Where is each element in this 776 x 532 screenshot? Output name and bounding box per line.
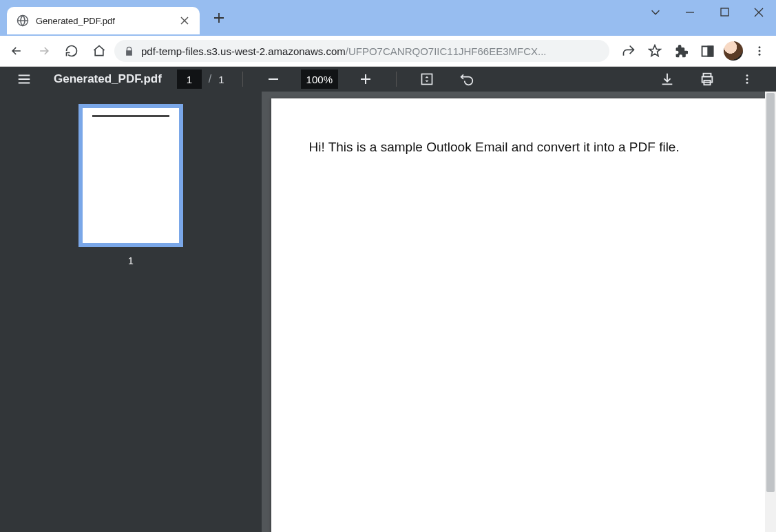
svg-point-12 (746, 78, 748, 81)
pdf-page: Hi! This is a sample Outlook Email and c… (271, 98, 767, 532)
home-button[interactable] (87, 39, 112, 63)
pdf-file-name: Generated_PDF.pdf (54, 72, 162, 86)
thumbnail-panel: 1 (0, 92, 262, 532)
tab-search-button[interactable] (638, 0, 673, 24)
svg-point-4 (759, 46, 761, 48)
vertical-scrollbar[interactable] (765, 92, 776, 532)
thumbnail-content-icon (92, 115, 169, 117)
address-bar: pdf-temp-files.s3.us-west-2.amazonaws.co… (0, 36, 776, 67)
url-path: /UFPO7CANRQO7IIC11JHF66EE3MFCX... (346, 45, 547, 57)
zoom-in-button[interactable] (353, 67, 378, 92)
window-controls (638, 0, 776, 24)
thumbnail-page (83, 108, 179, 243)
bookmark-button[interactable] (642, 39, 667, 63)
svg-point-5 (759, 50, 761, 52)
tab-title: Generated_PDF.pdf (36, 16, 174, 26)
maximize-button[interactable] (707, 0, 742, 24)
pdf-viewer-body: 1 Hi! This is a sample Outlook Email and… (0, 92, 776, 532)
print-button[interactable] (695, 67, 720, 92)
reload-button[interactable] (59, 39, 84, 63)
divider (396, 72, 397, 87)
back-button[interactable] (4, 39, 29, 63)
browser-tab[interactable]: Generated_PDF.pdf (7, 7, 200, 34)
scrollbar-thumb[interactable] (766, 93, 775, 492)
lock-icon (124, 46, 134, 56)
svg-rect-3 (708, 46, 713, 56)
url-input[interactable]: pdf-temp-files.s3.us-west-2.amazonaws.co… (114, 40, 609, 62)
profile-avatar[interactable] (721, 39, 746, 63)
forward-button[interactable] (32, 39, 56, 63)
zoom-value[interactable]: 100% (301, 70, 338, 89)
new-tab-button[interactable] (213, 12, 224, 23)
page-number-input[interactable] (177, 70, 202, 89)
pdf-viewer: Generated_PDF.pdf / 1 100% (0, 67, 776, 532)
page-area[interactable]: Hi! This is a sample Outlook Email and c… (262, 92, 776, 532)
browser-menu-button[interactable] (747, 39, 772, 63)
divider (242, 72, 243, 87)
globe-icon (17, 14, 29, 27)
side-panel-button[interactable] (695, 39, 720, 63)
pdf-more-button[interactable] (735, 67, 759, 92)
thumbnail[interactable] (78, 104, 183, 247)
share-button[interactable] (616, 39, 641, 63)
svg-point-13 (746, 82, 748, 84)
svg-point-11 (746, 74, 748, 76)
svg-rect-7 (421, 74, 432, 85)
download-button[interactable] (655, 67, 680, 92)
menu-button[interactable] (17, 72, 33, 87)
minimize-button[interactable] (673, 0, 707, 24)
close-tab-button[interactable] (180, 17, 190, 25)
zoom-out-button[interactable] (261, 67, 286, 92)
pdf-text-content: Hi! This is a sample Outlook Email and c… (309, 140, 729, 155)
url-host: pdf-temp-files.s3.us-west-2.amazonaws.co… (141, 45, 346, 57)
svg-rect-1 (721, 8, 728, 16)
extensions-button[interactable] (669, 39, 693, 63)
window-close-button[interactable] (742, 0, 776, 24)
page-total: 1 (218, 74, 224, 85)
fit-page-button[interactable] (415, 67, 439, 92)
pdf-toolbar: Generated_PDF.pdf / 1 100% (0, 67, 776, 92)
rotate-button[interactable] (454, 67, 479, 92)
toolbar-right (612, 39, 772, 63)
browser-title-bar: Generated_PDF.pdf (0, 0, 776, 36)
avatar-icon (724, 41, 743, 61)
svg-point-6 (759, 54, 761, 56)
page-indicator: / 1 (177, 70, 224, 89)
thumbnail-number: 1 (128, 255, 134, 266)
page-separator: / (209, 73, 211, 85)
